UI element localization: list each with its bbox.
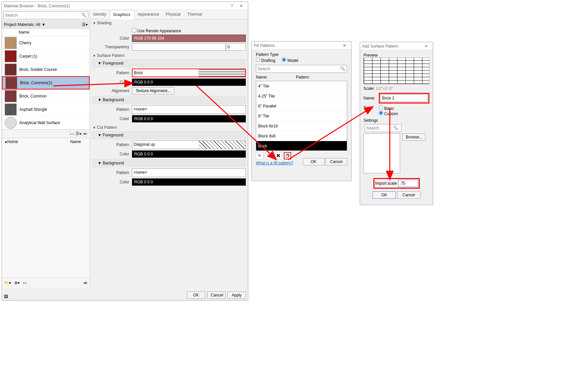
asset-preview-icon[interactable]: 🖼 (4, 294, 8, 299)
scale-value: 1/2"=1'-0" (376, 86, 393, 91)
browse-button[interactable]: Browse... (402, 133, 425, 141)
pattern-row-selected[interactable]: Brick (256, 141, 347, 151)
open-library-icon[interactable]: 📁▾ (4, 281, 11, 285)
ok-button[interactable]: OK (187, 292, 205, 299)
surface-bg-header[interactable]: ▼ Background (92, 96, 246, 104)
what-is-fill-pattern-link[interactable]: What is a fill pattern? (256, 161, 293, 165)
transparency-input[interactable] (226, 43, 246, 51)
name-column-header: Name (2, 29, 90, 36)
import-scale-input[interactable] (398, 180, 418, 187)
preview-label: Preview (363, 53, 429, 58)
dialog-title: Add Surface Pattern (362, 44, 421, 49)
pattern-label: Pattern (92, 71, 132, 75)
surface-bg-pattern-button[interactable]: <none> (132, 105, 246, 114)
transparency-label: Transparency (92, 45, 132, 49)
color-label: Color (92, 36, 132, 41)
collapse-icon[interactable]: ≪ (83, 281, 88, 285)
expand-icon[interactable]: ≫ (83, 131, 88, 136)
surface-fg-header[interactable]: ▼ Foreground (92, 59, 246, 67)
custom-radio[interactable]: Custom (379, 111, 398, 116)
material-row[interactable]: Cherry (2, 36, 90, 50)
use-render-checkbox[interactable]: Use Render Appearance (132, 29, 181, 33)
cut-fg-header[interactable]: ▼ Foreground (92, 131, 246, 139)
material-browser-titlebar: Material Browser - Brick, Common(1) ? ✕ (2, 2, 248, 10)
pattern-preview (363, 58, 429, 84)
library-browser: ▸Home Name (2, 138, 90, 145)
list-toolbar: ▭ ☰▾ ≫ (2, 129, 90, 138)
transparency-slider[interactable] (132, 43, 226, 51)
cancel-button[interactable]: Cancel (397, 191, 420, 199)
surface-pattern-header[interactable]: Surface Pattern (90, 52, 248, 59)
view-options-icon[interactable]: ☰▾ (82, 22, 88, 27)
material-search-input[interactable] (3, 11, 88, 19)
delete-icon[interactable]: 🗙 (275, 152, 282, 159)
ok-button[interactable]: OK (372, 191, 396, 199)
drafting-radio[interactable]: Drafting (256, 58, 275, 63)
tab-thermal[interactable]: Thermal (184, 10, 205, 19)
material-row[interactable]: Carpet (1) (2, 50, 90, 63)
surface-fg-color[interactable]: RGB 0 0 0 (132, 79, 246, 86)
cut-pattern-header[interactable]: Cut Pattern (90, 124, 248, 131)
tab-graphics[interactable]: Graphics (110, 10, 134, 19)
basic-radio[interactable]: Basic (379, 106, 394, 111)
close-icon[interactable]: ✕ (421, 44, 431, 49)
property-tabs: Identity Graphics Appearance Physical Th… (90, 10, 248, 19)
surface-bg-color[interactable]: RGB 0 0 0 (132, 115, 246, 122)
pattern-list[interactable]: 4" Tile 4.25" Tile 6" Parallel 8" Tile B… (256, 81, 347, 151)
brick-pattern-preview (199, 69, 245, 77)
pattern-row[interactable]: 4" Tile (256, 81, 347, 91)
pattern-row[interactable]: Block 8x8 (256, 131, 347, 141)
edit-icon[interactable]: ✎ (256, 152, 263, 159)
new-icon[interactable]: 🗋 (265, 152, 273, 159)
apply-button[interactable]: Apply (228, 292, 246, 299)
filter-icon[interactable]: ▼ (42, 22, 46, 27)
cut-bg-color[interactable]: RGB 0 0 0 (132, 178, 246, 186)
material-list: Name Cherry Carpet (1) Brick, Soldier Co… (2, 29, 90, 129)
panel-icon[interactable]: ▭ (70, 131, 74, 136)
close-icon[interactable]: ✕ (340, 43, 349, 48)
tab-physical[interactable]: Physical (162, 10, 184, 19)
settings-list[interactable] (363, 133, 400, 173)
tab-identity[interactable]: Identity (90, 10, 110, 19)
cancel-button[interactable]: Cancel (207, 292, 226, 299)
cut-fg-color[interactable]: RGB 0 0 0 (132, 150, 246, 158)
help-icon[interactable]: ? (227, 4, 237, 8)
create-material-icon[interactable]: ⊕▾ (14, 281, 20, 285)
ok-button[interactable]: OK (303, 158, 324, 165)
close-icon[interactable]: ✕ (237, 4, 246, 8)
name-label: Name: (363, 96, 377, 100)
surface-fg-pattern-button[interactable]: Brick (132, 69, 246, 77)
shading-header[interactable]: Shading (90, 19, 248, 27)
pattern-row[interactable]: 4.25" Tile (256, 91, 347, 101)
bottom-toolbar: 📁▾ ⊕▾ ▭ ≪ (2, 277, 90, 288)
duplicate-icon[interactable]: 🗍 (284, 152, 291, 159)
pattern-name-input[interactable] (380, 95, 428, 102)
cut-fg-pattern-button[interactable]: Diagonal up (132, 140, 246, 149)
tab-appearance[interactable]: Appearance (134, 10, 163, 19)
material-row[interactable]: Analytical Wall Surface (2, 116, 90, 129)
model-radio[interactable]: Model (282, 58, 298, 63)
settings-label: Settings (363, 118, 429, 123)
fill-patterns-titlebar: Fill Patterns ✕ (252, 42, 351, 50)
scale-label: Scale: (363, 86, 374, 91)
list-options-icon[interactable]: ☰▾ (75, 131, 82, 136)
pattern-row[interactable]: 8" Tile (256, 111, 347, 121)
material-row-selected[interactable]: Brick, Common(1) (2, 76, 90, 90)
view-icon[interactable]: ▭ (23, 281, 27, 285)
texture-alignment-button[interactable]: Texture Alignment... (132, 87, 174, 95)
home-nav[interactable]: ▸Home (4, 139, 19, 144)
pattern-row[interactable]: Block 8x16 (256, 121, 347, 131)
shading-color-swatch[interactable]: RGB 170 98 104 (132, 35, 246, 42)
cut-bg-pattern-button[interactable]: <none> (132, 168, 246, 177)
name-col2: Name (64, 139, 88, 144)
cancel-button[interactable]: Cancel (325, 158, 347, 165)
material-row[interactable]: Asphalt Shingle (2, 103, 90, 116)
pattern-row[interactable]: 6" Parallel (256, 101, 347, 111)
cut-bg-header[interactable]: ▼ Background (92, 159, 246, 167)
dialog-title: Fill Patterns (254, 43, 340, 48)
add-surface-pattern-dialog: Add Surface Pattern ✕ Preview Scale: 1/2… (360, 42, 433, 205)
material-row[interactable]: Brick, Common (2, 90, 90, 103)
project-materials-header[interactable]: Project Materials: All ▼ ☰▾ (2, 21, 90, 29)
material-row[interactable]: Brick, Soldier Course (2, 63, 90, 76)
pattern-search-input[interactable] (256, 65, 347, 73)
